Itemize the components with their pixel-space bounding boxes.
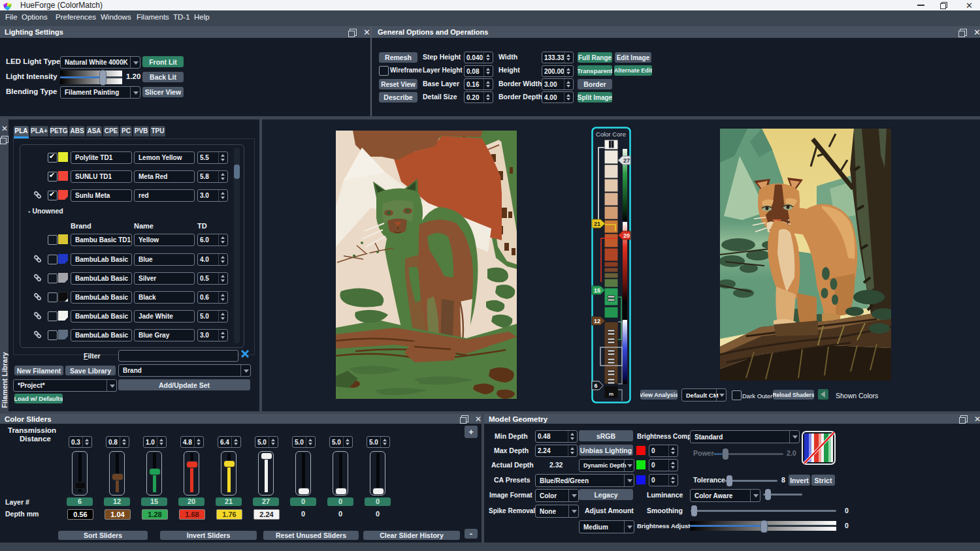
- svg-text:27: 27: [623, 157, 630, 164]
- svg-text:Color Core: Color Core: [596, 131, 626, 138]
- svg-text:20: 20: [623, 232, 630, 239]
- svg-text:15: 15: [594, 287, 600, 294]
- svg-text:m: m: [609, 391, 613, 397]
- svg-text:21: 21: [594, 221, 600, 227]
- svg-text:12: 12: [594, 318, 600, 324]
- svg-text:6: 6: [594, 383, 597, 389]
